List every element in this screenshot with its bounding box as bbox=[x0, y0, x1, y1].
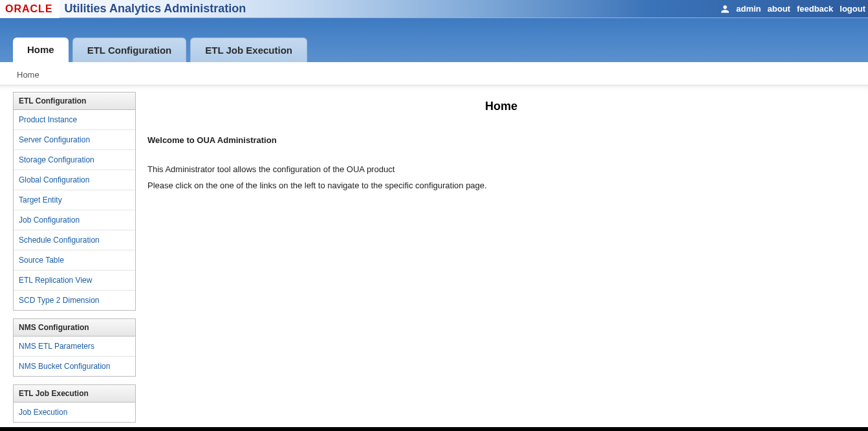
logout-link[interactable]: logout bbox=[840, 4, 865, 14]
sidebar-item-etl-replication-view[interactable]: ETL Replication View bbox=[14, 271, 135, 291]
sidebar-item-product-instance[interactable]: Product Instance bbox=[14, 110, 135, 130]
sidebar-item-job-configuration[interactable]: Job Configuration bbox=[14, 210, 135, 230]
nav-band: Home ETL Configuration ETL Job Execution bbox=[0, 18, 868, 62]
tab-home[interactable]: Home bbox=[13, 38, 69, 62]
panel-header: ETL Job Execution bbox=[14, 385, 135, 403]
user-icon bbox=[721, 4, 730, 14]
tab-etl-configuration[interactable]: ETL Configuration bbox=[72, 38, 187, 62]
sidebar-item-storage-configuration[interactable]: Storage Configuration bbox=[14, 150, 135, 170]
panel-etl-job-execution: ETL Job Execution Job Execution bbox=[13, 384, 136, 423]
user-link[interactable]: admin bbox=[736, 4, 761, 14]
sidebar-item-schedule-configuration[interactable]: Schedule Configuration bbox=[14, 230, 135, 250]
topbar-right: admin about feedback logout bbox=[721, 4, 868, 14]
tabs: Home ETL Configuration ETL Job Execution bbox=[13, 38, 307, 62]
app-title: Utilities Analytics Administration bbox=[65, 2, 246, 16]
sidebar-item-global-configuration[interactable]: Global Configuration bbox=[14, 170, 135, 190]
about-link[interactable]: about bbox=[768, 4, 790, 14]
panel-header: NMS Configuration bbox=[14, 319, 135, 337]
bottom-bar bbox=[0, 427, 868, 431]
sidebar-item-target-entity[interactable]: Target Entity bbox=[14, 190, 135, 210]
brand-text: ORACLE bbox=[5, 3, 53, 15]
topbar: ORACLE Utilities Analytics Administratio… bbox=[0, 0, 868, 18]
intro-line-1: This Administrator tool allows the confi… bbox=[147, 164, 855, 174]
panel-etl-configuration: ETL Configuration Product Instance Serve… bbox=[13, 92, 136, 311]
panel-nms-configuration: NMS Configuration NMS ETL Parameters NMS… bbox=[13, 318, 136, 377]
sidebar-item-nms-etl-parameters[interactable]: NMS ETL Parameters bbox=[14, 337, 135, 357]
tab-etl-job-execution[interactable]: ETL Job Execution bbox=[190, 38, 307, 62]
sidebar-item-scd-type-2-dimension[interactable]: SCD Type 2 Dimension bbox=[14, 291, 135, 310]
intro-line-2: Please click on the one of the links on … bbox=[147, 181, 855, 190]
sidebar: ETL Configuration Product Instance Serve… bbox=[13, 85, 136, 430]
page-title: Home bbox=[147, 100, 855, 113]
welcome-heading: Welcome to OUA Administration bbox=[147, 135, 855, 145]
feedback-link[interactable]: feedback bbox=[797, 4, 833, 14]
sidebar-item-job-execution[interactable]: Job Execution bbox=[14, 403, 135, 422]
sidebar-item-source-table[interactable]: Source Table bbox=[14, 250, 135, 271]
main-content: Home Welcome to OUA Administration This … bbox=[147, 85, 855, 430]
panel-header: ETL Configuration bbox=[14, 93, 135, 110]
brand-logo: ORACLE bbox=[0, 0, 60, 18]
sidebar-item-nms-bucket-configuration[interactable]: NMS Bucket Configuration bbox=[14, 357, 135, 376]
content: ETL Configuration Product Instance Serve… bbox=[0, 85, 868, 430]
breadcrumb: Home bbox=[0, 62, 868, 85]
sidebar-item-server-configuration[interactable]: Server Configuration bbox=[14, 130, 135, 150]
